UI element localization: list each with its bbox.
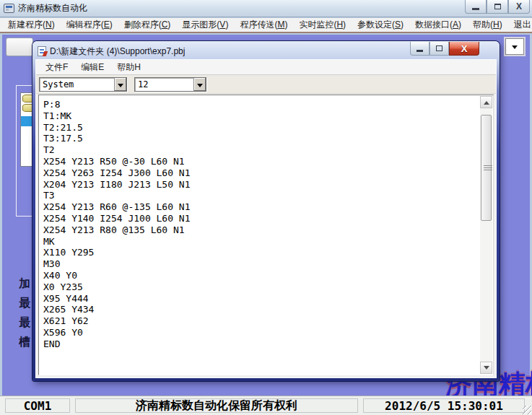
chevron-down-icon (118, 84, 123, 90)
minimize-icon (417, 50, 423, 52)
toolbar-button-fragment[interactable] (6, 38, 33, 56)
editor-window-controls: X (410, 42, 479, 56)
restore-button[interactable] (487, 0, 508, 14)
menu-item[interactable]: 帮助(H) (467, 17, 508, 32)
maximize-icon (436, 45, 442, 51)
menu-item[interactable]: 程序传送(M) (234, 17, 293, 32)
menu-item[interactable]: 退出 (508, 17, 532, 32)
main-window-title: 济南精标数自动化 (18, 2, 87, 14)
thumb-grip-icon (484, 165, 492, 171)
chevron-down-icon (197, 84, 203, 90)
resize-grip[interactable] (523, 406, 531, 414)
main-titlebar[interactable]: 济南精标数自动化 (0, 0, 532, 17)
scrollbar-thumb[interactable] (481, 115, 492, 221)
editor-maximize-button[interactable] (429, 42, 449, 56)
restore-icon (494, 4, 501, 9)
main-window-controls: X (465, 0, 530, 14)
font-size-combo-value: 12 (135, 78, 193, 91)
main-window: 济南精标数自动化 X 新建程序(N)编辑程序(E)删除程序(C)显示图形(V)程… (0, 0, 532, 415)
editor-content: 文件F编辑E帮助H System 12 P:8 T1:MK T2:21.5 T3… (35, 59, 497, 378)
app-icon (4, 4, 14, 13)
copyright-panel: 济南精标数自动化保留所有权利 (75, 398, 358, 413)
com-port-panel: COM1 (5, 398, 70, 413)
side-label: 最 (19, 315, 33, 331)
main-menubar: 新建程序(N)编辑程序(E)删除程序(C)显示图形(V)程序传送(M)实时监控(… (0, 18, 532, 33)
font-size-dropdown-button[interactable] (193, 78, 206, 91)
chevron-down-icon (512, 45, 518, 52)
menu-item[interactable]: 实时监控(H) (293, 17, 352, 32)
editor-toolbar: System 12 (36, 75, 496, 94)
side-label: 槽 (19, 335, 33, 350)
arrow-down-icon (484, 366, 489, 372)
menu-item[interactable]: 显示图形(V) (176, 17, 234, 32)
editor-dialog: D:\新建文件夹 (4)\Support\exp7.pbj X 文件F编辑E帮助… (32, 41, 500, 381)
code-editor[interactable]: P:8 T1:MK T2:21.5 T3:17.5 T2 X254 Y213 R… (38, 95, 494, 375)
close-icon: X (461, 44, 468, 53)
menu-item[interactable]: 数据接口(A) (409, 17, 467, 32)
menu-item[interactable]: 参数设定(S) (352, 17, 409, 32)
close-icon: X (516, 2, 522, 11)
scroll-down-button[interactable] (480, 362, 492, 374)
arrow-up-icon (484, 98, 489, 105)
menu-item[interactable]: 新建程序(N) (2, 17, 61, 32)
editor-minimize-button[interactable] (410, 42, 429, 56)
editor-menubar: 文件F编辑E帮助H (36, 60, 496, 75)
side-label: 最 (19, 296, 33, 311)
toolbar-combo-dropdown-button[interactable] (505, 38, 524, 55)
document-icon (38, 46, 46, 56)
minimize-button[interactable] (465, 0, 487, 14)
font-combo-dropdown-button[interactable] (114, 78, 126, 91)
font-combo[interactable]: System (39, 77, 127, 92)
minimize-icon (472, 8, 479, 10)
vertical-scrollbar[interactable] (480, 96, 492, 374)
font-combo-value: System (40, 78, 114, 91)
editor-close-button[interactable]: X (449, 42, 479, 56)
editor-menu-item[interactable]: 编辑E (74, 60, 110, 75)
editor-menu-item[interactable]: 文件F (39, 60, 74, 75)
editor-menu-item[interactable]: 帮助H (110, 60, 147, 75)
menu-item[interactable]: 编辑程序(E) (61, 17, 118, 32)
scroll-up-button[interactable] (480, 96, 492, 108)
code-text[interactable]: P:8 T1:MK T2:21.5 T3:17.5 T2 X254 Y213 R… (40, 96, 480, 374)
menu-item[interactable]: 删除程序(C) (118, 17, 177, 32)
close-button[interactable]: X (508, 0, 530, 14)
status-bar: COM1 济南精标数自动化保留所有权利 2012/6/5 15:30:01 (0, 396, 532, 415)
editor-title: D:\新建文件夹 (4)\Support\exp7.pbj (50, 45, 185, 58)
font-size-combo[interactable]: 12 (134, 77, 206, 92)
side-label: 加 (19, 276, 33, 292)
datetime-panel: 2012/6/5 15:30:01 (363, 398, 525, 413)
